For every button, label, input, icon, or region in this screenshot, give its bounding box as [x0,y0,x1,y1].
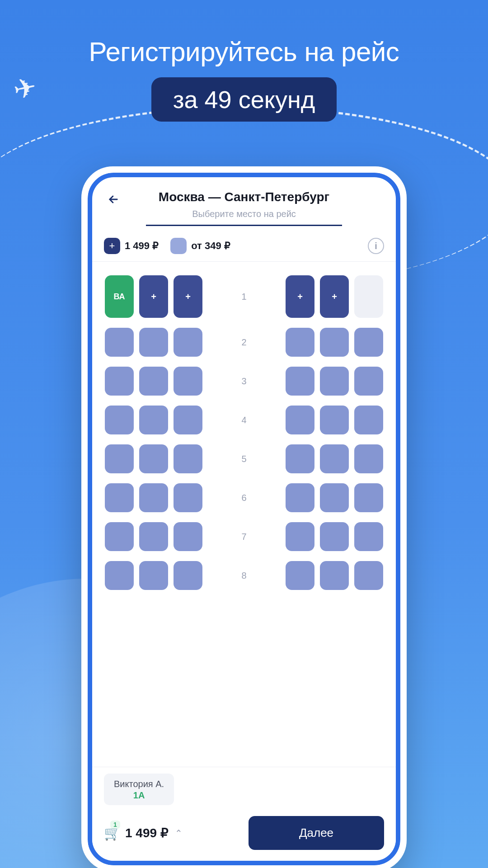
row-number: 6 [235,493,253,503]
seat[interactable] [286,406,314,434]
seat[interactable] [320,444,349,473]
seat-row: 7 [105,522,383,551]
seat-group-right [286,522,383,551]
info-button[interactable]: i [368,238,384,254]
seat[interactable] [139,406,168,434]
seat[interactable] [174,328,202,357]
seat[interactable] [174,406,202,434]
seat[interactable] [139,522,168,551]
passenger-chip[interactable]: Виктория А. 1A [104,774,174,805]
seat[interactable] [286,444,314,473]
seat-row: 3 [105,367,383,396]
seat-group-right [286,561,383,590]
back-button[interactable] [106,192,121,207]
seat [354,275,383,318]
seat[interactable] [105,406,134,434]
arrow-left-icon [107,193,120,206]
seat[interactable] [286,483,314,512]
seat[interactable]: + [286,275,314,318]
seat-row: 5 [105,444,383,473]
seat[interactable] [354,406,383,434]
tab-underline [146,225,342,226]
row-number: 2 [235,337,253,348]
standard-swatch [170,238,187,254]
seat[interactable] [174,522,202,551]
route-title: Москва — Санкт-Петербург [104,190,384,204]
seat-group-right [286,444,383,473]
seat[interactable] [105,483,134,512]
seat-group-left: ВА++ [105,275,202,318]
info-icon: i [375,241,377,251]
seat[interactable] [354,522,383,551]
seat-row: 2 [105,328,383,357]
seat[interactable]: + [139,275,168,318]
cart-count-badge: 1 [110,821,120,829]
seat[interactable] [105,444,134,473]
chevron-up-icon: ⌃ [175,828,183,839]
seat[interactable] [320,483,349,512]
seat[interactable] [354,328,383,357]
bottom-row: 1 🛒 1 499 ₽ ⌃ Далее [104,816,384,850]
row-number: 5 [235,454,253,464]
seat[interactable]: + [174,275,202,318]
seat-group-right [286,328,383,357]
seat[interactable]: ВА [105,275,134,318]
cart-price: 1 499 ₽ [125,826,169,840]
seat-row: 4 [105,406,383,434]
seat-group-right [286,483,383,512]
hero-title: Регистрируйтесь на рейс [0,36,488,67]
seat[interactable] [105,561,134,590]
seat[interactable] [354,561,383,590]
seat[interactable] [139,561,168,590]
seat[interactable] [139,328,168,357]
seat-group-right [286,406,383,434]
seat-row: ВА++1++ [105,275,383,318]
seat[interactable] [174,561,202,590]
cart-summary[interactable]: 1 🛒 1 499 ₽ ⌃ [104,825,183,841]
passenger-name: Виктория А. [114,779,164,789]
seat-group-left [105,328,202,357]
seat[interactable]: + [320,275,349,318]
premium-price: 1 499 ₽ [125,240,159,252]
seat[interactable] [105,522,134,551]
hero-section: Регистрируйтесь на рейс за 49 секунд [0,36,488,122]
legend-standard: от 349 ₽ [170,238,230,254]
seat[interactable] [139,367,168,396]
seat[interactable] [354,444,383,473]
seat-map[interactable]: ВА++1++2345678 [92,262,396,767]
seat-group-left [105,406,202,434]
seat-group-left [105,522,202,551]
seat-row: 6 [105,483,383,512]
bottom-panel: Виктория А. 1A 1 🛒 1 499 ₽ ⌃ Далее [92,767,396,861]
seat-group-left [105,483,202,512]
standard-price: от 349 ₽ [191,240,230,252]
seat[interactable] [320,406,349,434]
seat[interactable] [174,444,202,473]
seat[interactable] [174,483,202,512]
seat[interactable] [320,522,349,551]
seat[interactable] [286,561,314,590]
seat[interactable] [286,328,314,357]
seat[interactable] [354,483,383,512]
seat[interactable] [139,444,168,473]
seat[interactable] [320,561,349,590]
seat-group-left [105,561,202,590]
seat[interactable] [286,367,314,396]
seat[interactable] [320,328,349,357]
seat-group-right: ++ [286,275,383,318]
seat-legend: + 1 499 ₽ от 349 ₽ i [92,231,396,262]
seat[interactable] [105,367,134,396]
seat[interactable] [139,483,168,512]
seat[interactable] [286,522,314,551]
seat-group-left [105,367,202,396]
seat[interactable] [174,367,202,396]
phone-frame: Москва — Санкт-Петербург Выберите место … [81,166,407,868]
hero-badge: за 49 секунд [151,77,337,122]
seat[interactable] [354,367,383,396]
seat[interactable] [320,367,349,396]
row-number: 3 [235,376,253,387]
next-button[interactable]: Далее [249,816,384,850]
seat[interactable] [105,328,134,357]
row-number: 1 [235,292,253,302]
header-subtitle: Выберите место на рейс [104,209,384,219]
